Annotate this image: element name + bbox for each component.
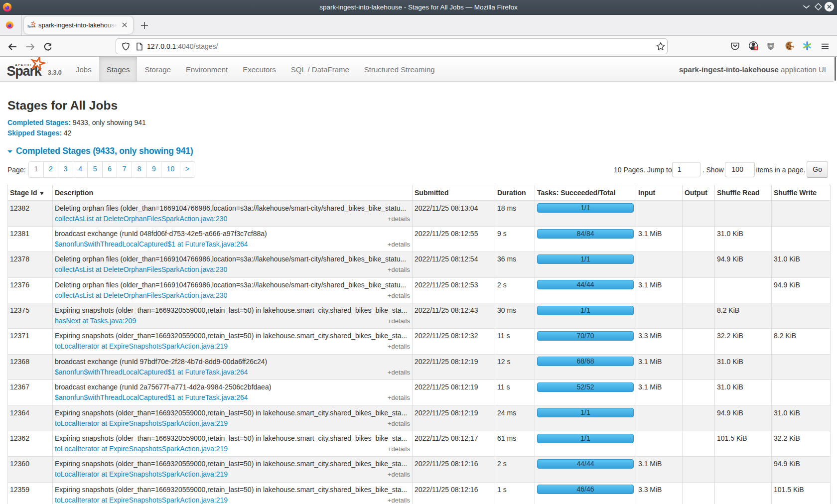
svg-text:UO: UO [769,44,774,48]
